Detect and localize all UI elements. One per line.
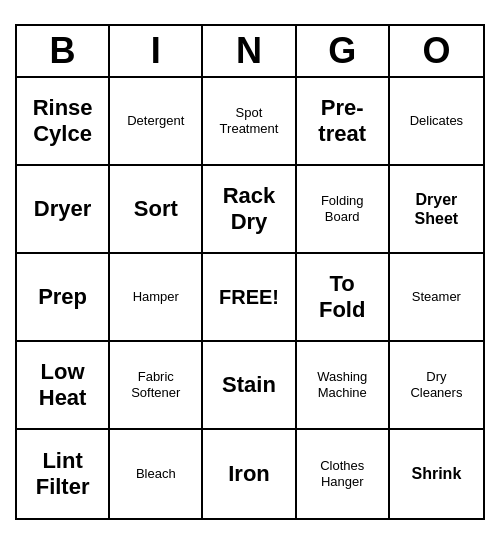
grid-cell-r4-c2: Iron [203,430,296,518]
grid-cell-r3-c0: LowHeat [17,342,110,430]
grid-cell-r0-c4: Delicates [390,78,483,166]
grid-cell-r4-c3: ClothesHanger [297,430,390,518]
grid-cell-r1-c4: DryerSheet [390,166,483,254]
header-letter: N [203,26,296,76]
grid-cell-r3-c3: WashingMachine [297,342,390,430]
grid-cell-r2-c0: Prep [17,254,110,342]
grid-cell-r1-c1: Sort [110,166,203,254]
bingo-grid: RinseCylceDetergentSpotTreatmentPre-trea… [17,78,483,518]
grid-cell-r0-c1: Detergent [110,78,203,166]
grid-cell-r0-c3: Pre-treat [297,78,390,166]
grid-cell-r4-c0: LintFilter [17,430,110,518]
bingo-card: BINGO RinseCylceDetergentSpotTreatmentPr… [15,24,485,520]
grid-cell-r1-c2: RackDry [203,166,296,254]
grid-cell-r1-c3: FoldingBoard [297,166,390,254]
grid-cell-r3-c2: Stain [203,342,296,430]
grid-cell-r0-c2: SpotTreatment [203,78,296,166]
header-letter: O [390,26,483,76]
header-letter: I [110,26,203,76]
grid-cell-r1-c0: Dryer [17,166,110,254]
grid-cell-r2-c4: Steamer [390,254,483,342]
grid-cell-r0-c0: RinseCylce [17,78,110,166]
grid-cell-r4-c1: Bleach [110,430,203,518]
grid-cell-r3-c1: FabricSoftener [110,342,203,430]
header-letter: G [297,26,390,76]
grid-cell-r2-c1: Hamper [110,254,203,342]
grid-cell-r2-c2: FREE! [203,254,296,342]
grid-cell-r3-c4: DryCleaners [390,342,483,430]
grid-cell-r2-c3: ToFold [297,254,390,342]
grid-cell-r4-c4: Shrink [390,430,483,518]
bingo-header: BINGO [17,26,483,78]
header-letter: B [17,26,110,76]
